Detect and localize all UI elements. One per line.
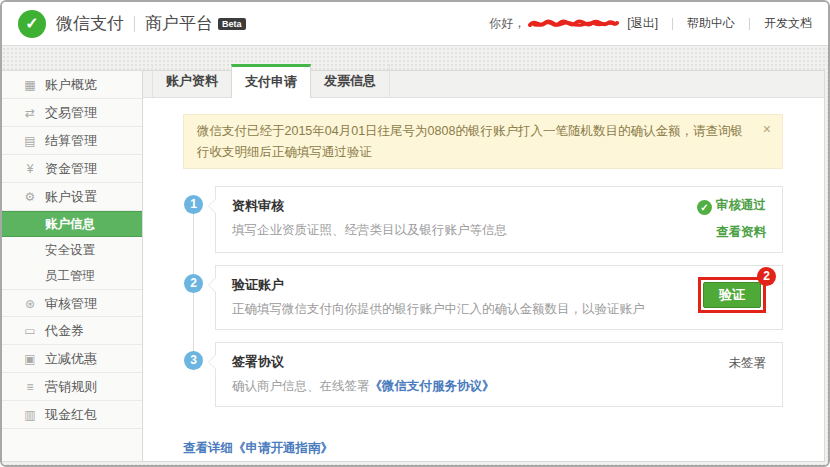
step-desc: 正确填写微信支付向你提供的银行账户中汇入的确认金额数目，以验证账户 xyxy=(232,301,645,318)
red-packet-icon: ▥ xyxy=(22,401,38,429)
greeting-text: 你好， xyxy=(489,15,525,32)
wechat-pay-logo: ✓ xyxy=(18,10,46,38)
sidebar-item-settlement-mgmt[interactable]: ▤结算管理 xyxy=(2,127,142,155)
tab-label: 账户资料 xyxy=(166,73,218,88)
step-number-badge: 1 xyxy=(184,195,203,214)
step-status-area: 验证 2 xyxy=(698,276,766,318)
sidebar-item-label: 代金券 xyxy=(45,323,84,338)
nav-divider xyxy=(672,18,673,30)
step-main: 资料审核 填写企业资质证照、经营类目以及银行账户等信息 xyxy=(232,197,507,241)
sidebar-item-label: 账户信息 xyxy=(45,217,95,231)
verify-button[interactable]: 验证 xyxy=(703,282,761,308)
money-bag-icon: ¥ xyxy=(22,155,38,183)
header-user-nav: 你好， [退出] 帮助中心 开发文档 xyxy=(489,15,812,32)
step-title: 验证账户 xyxy=(232,276,645,294)
sidebar-item-label: 交易管理 xyxy=(45,105,97,120)
sidebar-item-label: 资金管理 xyxy=(45,161,97,176)
sidebar-item-cash-redpacket[interactable]: ▥现金红包 xyxy=(2,401,142,429)
logout-link[interactable]: [退出] xyxy=(627,15,658,32)
sidebar-subitem-security-settings[interactable]: 安全设置 xyxy=(2,237,142,263)
step-number-badge: 2 xyxy=(184,274,203,293)
nav-divider xyxy=(749,18,750,30)
close-icon[interactable]: × xyxy=(763,122,771,136)
step-sign-agreement: 3 签署协议 确认商户信息、在线签署《微信支付服务协议》 未签署 xyxy=(183,342,783,407)
annotation-highlight-box: 验证 2 xyxy=(698,277,766,313)
tab-payment-application[interactable]: 支付申请 xyxy=(231,64,311,98)
ticket-icon: ▭ xyxy=(22,317,38,345)
sidebar-subitem-account-info[interactable]: 账户信息 xyxy=(2,211,142,237)
sidebar-item-funds-mgmt[interactable]: ¥资金管理 xyxy=(2,155,142,183)
content-panel: 微信支付已经于2015年04月01日往尾号为0808的银行账户打入一笔随机数目的… xyxy=(142,70,825,462)
sidebar-item-discount[interactable]: ▣立减优惠 xyxy=(2,345,142,373)
step-desc: 确认商户信息、在线签署《微信支付服务协议》 xyxy=(232,378,495,395)
discount-icon: ▣ xyxy=(22,345,38,373)
step-desc: 填写企业资质证照、经营类目以及银行账户等信息 xyxy=(232,222,507,239)
tab-account-info[interactable]: 账户资料 xyxy=(152,64,231,97)
list-icon: ≡ xyxy=(22,373,38,401)
sidebar-item-voucher[interactable]: ▭代金券 xyxy=(2,317,142,345)
step-title: 签署协议 xyxy=(232,353,495,371)
view-materials-link[interactable]: 查看资料 xyxy=(716,224,766,241)
sidebar-item-label: 现金红包 xyxy=(45,407,97,422)
application-guide-link[interactable]: 查看详细《申请开通指南》 xyxy=(183,440,333,457)
step-status-area: ✓审核通过 查看资料 xyxy=(697,197,766,241)
step-title: 资料审核 xyxy=(232,197,507,215)
tab-label: 发票信息 xyxy=(324,73,376,88)
ledger-icon: ▤ xyxy=(22,127,38,155)
sidebar-item-account-settings[interactable]: ⚙账户设置 xyxy=(2,183,142,211)
sidebar-item-label: 员工管理 xyxy=(45,269,95,283)
redacted-username xyxy=(527,17,619,30)
dev-docs-link[interactable]: 开发文档 xyxy=(764,15,812,32)
check-circle-icon: ✓ xyxy=(697,200,712,215)
service-agreement-link[interactable]: 《微信支付服务协议》 xyxy=(370,379,495,393)
brand-divider xyxy=(134,16,135,32)
brand-name: 微信支付 xyxy=(56,12,124,35)
sidebar-item-transaction-mgmt[interactable]: ⇄交易管理 xyxy=(2,99,142,127)
step-number-badge: 3 xyxy=(184,351,203,370)
sidebar-item-marketing-rules[interactable]: ≡营销规则 xyxy=(2,373,142,401)
unsigned-status: 未签署 xyxy=(729,355,767,372)
step-box: 签署协议 确认商户信息、在线签署《微信支付服务协议》 未签署 xyxy=(215,342,783,407)
annotation-badge-2: 2 xyxy=(757,267,776,286)
help-center-link[interactable]: 帮助中心 xyxy=(687,15,735,32)
sidebar-item-label: 安全设置 xyxy=(45,243,95,257)
sidebar: ▦账户概览 ⇄交易管理 ▤结算管理 ¥资金管理 ⚙账户设置 账户信息 安全设置 … xyxy=(2,70,142,462)
notice-banner: 微信支付已经于2015年04月01日往尾号为0808的银行账户打入一笔随机数目的… xyxy=(183,114,783,169)
transfer-arrows-icon: ⇄ xyxy=(22,99,38,127)
sidebar-item-audit-mgmt[interactable]: ⊛审核管理 xyxy=(2,289,142,317)
tab-invoice-info[interactable]: 发票信息 xyxy=(311,64,390,97)
sidebar-item-account-overview[interactable]: ▦账户概览 xyxy=(2,71,142,99)
step-status-area: 未签署 xyxy=(729,353,767,395)
product-name: 商户平台 xyxy=(145,12,213,35)
grid-icon: ▦ xyxy=(22,71,38,99)
audit-passed-label: 审核通过 xyxy=(716,198,766,212)
sidebar-item-label: 结算管理 xyxy=(45,133,97,148)
tab-bar: 账户资料 支付申请 发票信息 xyxy=(152,64,390,98)
sidebar-item-label: 营销规则 xyxy=(45,379,97,394)
audit-passed-status: ✓审核通过 xyxy=(697,197,766,215)
star-circle-icon: ⊛ xyxy=(22,290,38,318)
step-main: 签署协议 确认商户信息、在线签署《微信支付服务协议》 xyxy=(232,353,495,395)
sidebar-item-label: 账户设置 xyxy=(45,189,97,204)
sidebar-item-label: 审核管理 xyxy=(45,296,97,311)
step-desc-text: 确认商户信息、在线签署 xyxy=(232,379,370,393)
sidebar-subitem-staff-mgmt[interactable]: 员工管理 xyxy=(2,263,142,289)
sidebar-item-label: 立减优惠 xyxy=(45,351,97,366)
logo-check-icon: ✓ xyxy=(25,15,38,32)
tab-label: 支付申请 xyxy=(245,74,297,89)
steps-list: 1 资料审核 填写企业资质证照、经营类目以及银行账户等信息 ✓审核通过 查看资料 xyxy=(183,186,783,407)
gear-icon: ⚙ xyxy=(22,183,38,211)
app-window: ✓ 微信支付 商户平台 Beta 你好， [退出] 帮助中心 开发文档 ▦账户概… xyxy=(0,0,830,467)
payment-application-content: 微信支付已经于2015年04月01日往尾号为0808的银行账户打入一笔随机数目的… xyxy=(143,98,824,457)
step-box: 资料审核 填写企业资质证照、经营类目以及银行账户等信息 ✓审核通过 查看资料 xyxy=(215,186,783,253)
step-verify-account: 2 验证账户 正确填写微信支付向你提供的银行账户中汇入的确认金额数目，以验证账户… xyxy=(183,265,783,330)
sidebar-item-label: 账户概览 xyxy=(45,77,97,92)
step-box: 验证账户 正确填写微信支付向你提供的银行账户中汇入的确认金额数目，以验证账户 验… xyxy=(215,265,783,330)
notice-text: 微信支付已经于2015年04月01日往尾号为0808的银行账户打入一笔随机数目的… xyxy=(197,124,743,159)
step-audit: 1 资料审核 填写企业资质证照、经营类目以及银行账户等信息 ✓审核通过 查看资料 xyxy=(183,186,783,253)
app-header: ✓ 微信支付 商户平台 Beta 你好， [退出] 帮助中心 开发文档 xyxy=(2,2,828,46)
step-main: 验证账户 正确填写微信支付向你提供的银行账户中汇入的确认金额数目，以验证账户 xyxy=(232,276,645,318)
beta-badge: Beta xyxy=(218,18,246,30)
